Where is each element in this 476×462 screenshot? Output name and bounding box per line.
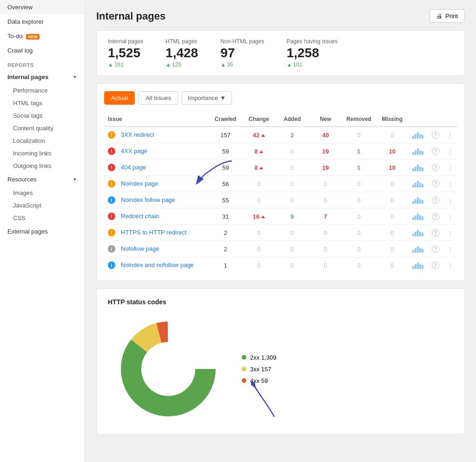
issue-icon: i (108, 196, 115, 204)
table-cell: 19 (309, 160, 342, 176)
table-row[interactable]: !404 page598 019110?⋮ (104, 160, 457, 176)
sidebar-item-label: Content quality (13, 125, 53, 132)
col-chart (409, 112, 428, 127)
sidebar-item-content-quality[interactable]: Content quality (0, 122, 85, 134)
issue-cell[interactable]: !Redirect chain (104, 208, 209, 225)
sidebar-nav: Overview Data explorer To-do NEW Crawl l… (0, 0, 85, 239)
crawled-cell: 59 (209, 160, 242, 176)
table-cell: 0 (276, 176, 309, 192)
table-row[interactable]: !HTTPS to HTTP redirect200000?⋮ (104, 225, 457, 241)
issue-cell[interactable]: !4XX page (104, 143, 209, 160)
sidebar-item-social-tags[interactable]: Social tags (0, 109, 85, 122)
col-removed: Removed (342, 112, 376, 127)
table-row[interactable]: !4XX page598 019110?⋮ (104, 143, 457, 160)
tab-all-issues[interactable]: All issues (139, 91, 178, 105)
row-menu-icon[interactable]: ⋮ (443, 225, 457, 241)
sidebar-item-todo[interactable]: To-do NEW (0, 29, 85, 43)
issue-cell[interactable]: !Noindex page (104, 176, 209, 192)
issue-cell[interactable]: !404 page (104, 160, 209, 176)
stat-change-value: 161 (114, 61, 124, 68)
row-menu-icon[interactable]: ⋮ (443, 127, 457, 143)
row-menu-icon[interactable]: ⋮ (443, 192, 457, 208)
sidebar-item-resources[interactable]: Resources ▼ (0, 172, 85, 187)
bar-chart-icon[interactable] (409, 241, 428, 257)
col-issue: Issue (104, 112, 209, 127)
help-icon[interactable]: ? (428, 143, 443, 160)
sidebar-item-crawl-log[interactable]: Crawl log (0, 43, 85, 58)
table-cell: 1 (342, 160, 376, 176)
chevron-down-icon: ▼ (73, 177, 77, 182)
help-icon[interactable]: ? (428, 176, 443, 192)
importance-dropdown[interactable]: Importance ▼ (182, 91, 232, 105)
bar-chart-icon[interactable] (409, 127, 428, 143)
row-menu-icon[interactable]: ⋮ (443, 241, 457, 257)
change-cell: 16 (242, 208, 276, 225)
help-icon[interactable]: ? (428, 127, 443, 143)
chevron-down-icon: ▼ (220, 94, 226, 101)
row-menu-icon[interactable]: ⋮ (443, 208, 457, 225)
bar-chart-icon[interactable] (409, 192, 428, 208)
change-cell: 0 (242, 241, 276, 257)
sidebar-item-performance[interactable]: Performance (0, 84, 85, 97)
help-icon[interactable]: ? (428, 241, 443, 257)
print-button[interactable]: 🖨 Print (430, 9, 465, 23)
col-help (428, 112, 443, 127)
table-cell: 0 (309, 176, 342, 192)
table-row[interactable]: iNoindex follow page5500000?⋮ (104, 192, 457, 208)
row-menu-icon[interactable]: ⋮ (443, 143, 457, 160)
issue-cell[interactable]: iNoindex and nofollow page (104, 257, 209, 274)
stat-change: ▲ 101 (286, 61, 337, 68)
tab-actual[interactable]: Actual (104, 91, 135, 105)
table-cell: 0 (376, 257, 409, 274)
crawled-cell: 59 (209, 143, 242, 160)
sidebar-item-images[interactable]: Images (0, 187, 85, 199)
bar-chart-icon[interactable] (409, 208, 428, 225)
issue-icon: ! (108, 131, 115, 139)
sidebar-item-css[interactable]: CSS (0, 212, 85, 224)
row-menu-icon[interactable]: ⋮ (443, 176, 457, 192)
table-cell: 19 (309, 143, 342, 160)
table-row[interactable]: iNofollow page200000?⋮ (104, 241, 457, 257)
sidebar-item-label: JavaScript (13, 202, 41, 209)
sidebar-item-external-pages[interactable]: External pages (0, 224, 85, 239)
help-icon[interactable]: ? (428, 257, 443, 274)
stat-change-value: 101 (293, 61, 302, 68)
sidebar-item-html-tags[interactable]: HTML tags (0, 97, 85, 109)
sidebar-item-overview[interactable]: Overview (0, 0, 85, 14)
table-row[interactable]: !Redirect chain3116 9700?⋮ (104, 208, 457, 225)
issue-cell[interactable]: iNoindex follow page (104, 192, 209, 208)
row-menu-icon[interactable]: ⋮ (443, 257, 457, 274)
issue-name: Nofollow page (121, 245, 159, 252)
help-icon[interactable]: ? (428, 192, 443, 208)
table-cell: 0 (376, 241, 409, 257)
bar-chart-icon[interactable] (409, 225, 428, 241)
col-crawled: Crawled (209, 112, 242, 127)
table-row[interactable]: !Noindex page5600000?⋮ (104, 176, 457, 192)
table-cell: 0 (276, 143, 309, 160)
stat-value: 97 (220, 47, 264, 60)
issue-icon: i (108, 245, 115, 253)
bar-chart-icon[interactable] (409, 176, 428, 192)
help-icon[interactable]: ? (428, 160, 443, 176)
issue-cell[interactable]: !HTTPS to HTTP redirect (104, 225, 209, 241)
sidebar-item-localization[interactable]: Localization (0, 134, 85, 147)
table-row[interactable]: iNoindex and nofollow page100000?⋮ (104, 257, 457, 274)
sidebar-item-label: Social tags (13, 112, 43, 119)
table-cell: 0 (309, 192, 342, 208)
issue-cell[interactable]: iNofollow page (104, 241, 209, 257)
issue-cell[interactable]: !3XX redirect (104, 127, 209, 143)
stat-value: 1,525 (108, 47, 143, 60)
bar-chart-icon[interactable] (409, 160, 428, 176)
sidebar-item-outgoing-links[interactable]: Outgoing links (0, 160, 85, 172)
sidebar-item-internal-pages[interactable]: Internal pages ▼ (0, 70, 85, 84)
table-row[interactable]: !3XX redirect15742 24000?⋮ (104, 127, 457, 143)
bar-chart-icon[interactable] (409, 143, 428, 160)
help-icon[interactable]: ? (428, 225, 443, 241)
sidebar-item-data-explorer[interactable]: Data explorer (0, 14, 85, 29)
donut-chart (117, 318, 219, 420)
row-menu-icon[interactable]: ⋮ (443, 160, 457, 176)
sidebar-item-javascript[interactable]: JavaScript (0, 199, 85, 212)
help-icon[interactable]: ? (428, 208, 443, 225)
bar-chart-icon[interactable] (409, 257, 428, 274)
sidebar-item-incoming-links[interactable]: Incoming links (0, 147, 85, 160)
